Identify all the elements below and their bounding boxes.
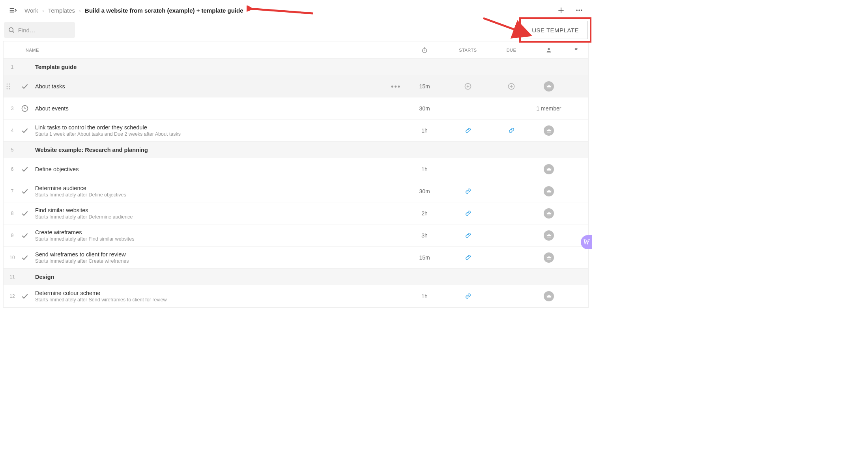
row-number: 4 <box>4 128 21 133</box>
task-table: NAME STARTS DUE 1Template guideAbout tas… <box>3 41 589 308</box>
svg-point-10 <box>423 49 427 53</box>
task-title: Template guide <box>35 64 403 70</box>
task-row[interactable]: 7Determine audienceStarts Immediately af… <box>4 180 588 202</box>
svg-point-13 <box>548 48 550 50</box>
assignee-cell[interactable] <box>533 230 565 241</box>
task-title: Define objectives <box>35 166 403 172</box>
more-horizontal-icon[interactable] <box>574 5 585 16</box>
task-row[interactable]: 12Determine colour schemeStarts Immediat… <box>4 285 588 307</box>
task-row[interactable]: 8Find similar websitesStarts Immediately… <box>4 202 588 224</box>
due-cell[interactable] <box>490 127 533 133</box>
search-input[interactable] <box>15 27 71 34</box>
task-row[interactable]: 6Define objectives1h <box>4 158 588 180</box>
task-row[interactable]: About tasks15m••• <box>4 75 588 97</box>
assignee-crown-icon <box>544 164 554 174</box>
task-row[interactable]: 4Link tasks to control the order they sc… <box>4 120 588 142</box>
duration-cell[interactable]: 15m <box>403 83 446 90</box>
task-title: About events <box>35 105 403 112</box>
complete-check-icon[interactable] <box>21 209 35 217</box>
task-row[interactable]: 9Create wireframesStarts Immediately aft… <box>4 224 588 247</box>
drag-handle-icon[interactable] <box>6 83 11 90</box>
use-template-button[interactable]: USE TEMPLATE <box>523 21 588 39</box>
assignee-crown-icon <box>544 230 554 241</box>
assignee-cell[interactable]: 1 member <box>533 105 565 112</box>
row-number: 1 <box>4 64 21 70</box>
col-starts[interactable]: STARTS <box>446 48 490 52</box>
task-row[interactable]: 10Send wireframes to client for reviewSt… <box>4 247 588 269</box>
task-title: Send wireframes to client for review <box>35 251 403 258</box>
complete-check-icon[interactable] <box>21 165 35 173</box>
assignee-cell[interactable] <box>533 252 565 263</box>
col-name[interactable]: NAME <box>26 48 403 52</box>
starts-cell[interactable] <box>446 82 490 90</box>
col-flag[interactable] <box>565 47 588 53</box>
breadcrumb-item[interactable]: Templates <box>48 7 75 14</box>
duration-cell[interactable]: 30m <box>403 188 446 194</box>
complete-check-icon[interactable] <box>21 254 35 262</box>
duration-cell[interactable]: 1h <box>403 166 446 172</box>
duration-cell[interactable]: 1h <box>403 293 446 299</box>
title-cell[interactable]: Template guide <box>35 61 403 73</box>
title-cell[interactable]: Design <box>35 271 403 283</box>
menu-toggle-icon[interactable] <box>7 4 19 16</box>
assignee-cell[interactable] <box>533 125 565 136</box>
assignee-cell[interactable] <box>533 186 565 196</box>
starts-cell[interactable] <box>446 293 490 299</box>
add-icon[interactable] <box>556 5 567 16</box>
starts-cell[interactable] <box>446 232 490 238</box>
duration-cell[interactable]: 3h <box>403 232 446 239</box>
due-cell[interactable] <box>490 82 533 90</box>
title-cell[interactable]: Link tasks to control the order they sch… <box>35 121 403 140</box>
assignee-cell[interactable] <box>533 81 565 92</box>
duration-cell[interactable]: 1h <box>403 127 446 134</box>
svg-point-15 <box>9 83 10 84</box>
duration-cell[interactable]: 2h <box>403 210 446 217</box>
col-due[interactable]: DUE <box>490 48 533 52</box>
row-number: 8 <box>4 211 21 216</box>
title-cell[interactable]: Send wireframes to client for reviewStar… <box>35 248 403 267</box>
duration-cell[interactable]: 15m <box>403 254 446 261</box>
title-cell[interactable]: Find similar websitesStarts Immediately … <box>35 204 403 223</box>
assignee-cell[interactable] <box>533 291 565 301</box>
breadcrumb-current: Build a website from scratch (example) +… <box>85 7 243 14</box>
section-row[interactable]: 5Website example: Research and planning <box>4 142 588 158</box>
title-cell[interactable]: About events <box>35 102 403 115</box>
starts-cell[interactable] <box>446 188 490 194</box>
complete-check-icon[interactable] <box>21 292 35 300</box>
row-more-icon[interactable]: ••• <box>391 83 401 90</box>
complete-check-icon[interactable] <box>21 127 35 135</box>
complete-check-icon[interactable] <box>21 232 35 239</box>
section-row[interactable]: 11Design <box>4 269 588 285</box>
complete-check-icon[interactable] <box>21 187 35 195</box>
section-row[interactable]: 1Template guide <box>4 59 588 75</box>
title-cell[interactable]: Define objectives <box>35 163 403 176</box>
title-cell[interactable]: Determine audienceStarts Immediately aft… <box>35 182 403 201</box>
title-cell[interactable]: Create wireframesStarts Immediately afte… <box>35 226 403 245</box>
assignee-cell[interactable] <box>533 208 565 219</box>
col-duration[interactable] <box>403 47 446 53</box>
task-title: About tasks <box>35 83 403 90</box>
duration-cell[interactable]: 30m <box>403 105 446 112</box>
help-widget-tab[interactable]: W <box>581 235 592 249</box>
starts-cell[interactable] <box>446 127 490 133</box>
svg-point-14 <box>7 83 8 84</box>
search-field[interactable] <box>4 22 75 38</box>
task-title: Design <box>35 274 403 280</box>
chevron-right-icon: › <box>42 7 44 14</box>
title-cell[interactable]: Determine colour schemeStarts Immediatel… <box>35 287 403 306</box>
link-icon <box>465 293 471 299</box>
starts-cell[interactable] <box>446 254 490 260</box>
task-row[interactable]: 3About events30m1 member <box>4 97 588 120</box>
event-clock-icon[interactable] <box>21 105 35 112</box>
starts-cell[interactable] <box>446 210 490 216</box>
col-assignee[interactable] <box>533 47 565 53</box>
link-icon <box>509 127 514 133</box>
use-template-label: USE TEMPLATE <box>532 27 579 34</box>
complete-check-icon[interactable] <box>21 82 35 90</box>
assignee-cell[interactable] <box>533 164 565 174</box>
breadcrumb-item[interactable]: Work <box>24 7 38 14</box>
svg-point-19 <box>9 88 10 89</box>
link-icon <box>465 232 471 238</box>
title-cell[interactable]: About tasks <box>35 80 403 93</box>
title-cell[interactable]: Website example: Research and planning <box>35 144 403 156</box>
